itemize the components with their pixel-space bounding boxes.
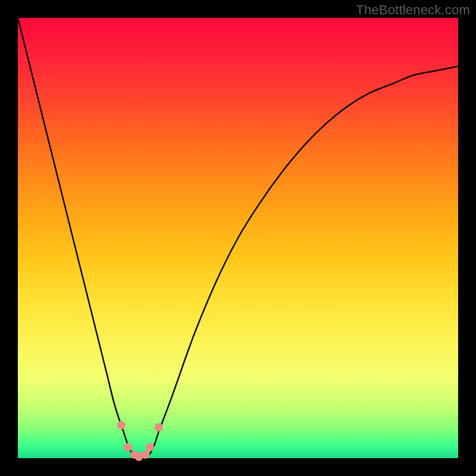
watermark-text: TheBottleneck.com <box>356 2 470 18</box>
curve-layer <box>18 18 458 458</box>
curve-marker <box>124 443 132 452</box>
curve-marker <box>146 443 154 452</box>
curve-marker <box>142 450 150 459</box>
curve-marker <box>155 423 163 431</box>
plot-area <box>18 18 458 458</box>
bottleneck-curve <box>18 18 458 459</box>
curve-marker <box>117 421 126 430</box>
chart-frame: TheBottleneck.com <box>0 0 476 476</box>
